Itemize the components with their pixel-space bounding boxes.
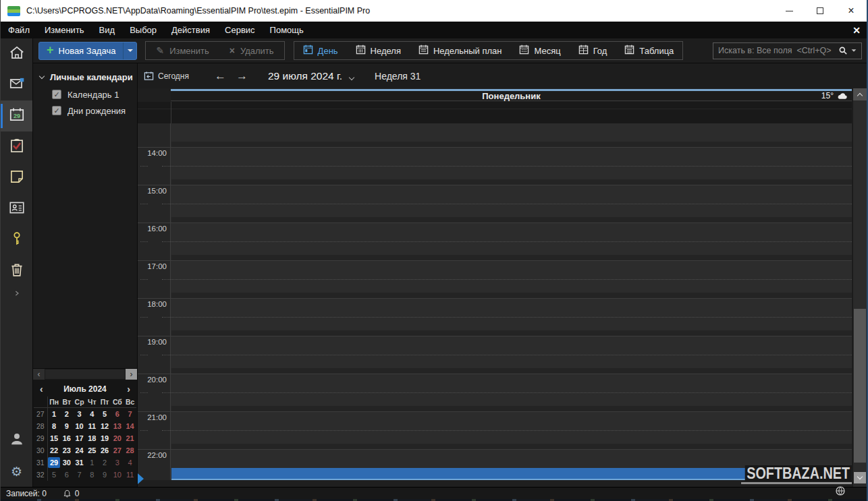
scroll-thumb[interactable] (854, 309, 866, 463)
mini-day-cell[interactable]: 21 (124, 433, 136, 444)
mini-day-cell[interactable]: 20 (111, 433, 124, 444)
mini-day-cell[interactable]: 3 (73, 409, 86, 419)
mini-day-cell[interactable]: 8 (86, 469, 99, 480)
next-month-icon[interactable]: › (127, 384, 130, 394)
view-tab-table[interactable]: Таблица (616, 42, 682, 59)
scroll-up-icon[interactable] (853, 88, 867, 100)
calendar-list-item[interactable]: ✓Календарь 1 (33, 86, 137, 102)
view-tab-day[interactable]: День (294, 42, 347, 59)
sidebar-item-passwords[interactable] (1, 225, 32, 256)
search-box[interactable] (713, 42, 862, 59)
scroll-track[interactable] (45, 369, 126, 380)
mini-day-cell[interactable]: 8 (48, 421, 61, 432)
view-tab-week[interactable]: Неделя (347, 42, 410, 59)
mini-day-cell[interactable]: 6 (60, 469, 73, 480)
menu-item-help[interactable]: Помощь (263, 22, 311, 38)
mini-day-cell[interactable]: 7 (73, 469, 86, 480)
mini-day-cell[interactable]: 17 (73, 433, 86, 444)
mini-day-cell[interactable]: 23 (60, 445, 73, 456)
today-button[interactable]: Сегодня (144, 71, 189, 81)
mini-day-cell[interactable]: 28 (124, 445, 136, 456)
calendar-group-row[interactable]: Личные календари (33, 68, 137, 86)
mini-day-cell[interactable]: 2 (99, 457, 111, 468)
edit-button[interactable]: ✎ Изменить (146, 42, 219, 59)
maximize-button[interactable] (805, 0, 836, 22)
menu-close-icon[interactable]: ✕ (852, 22, 861, 38)
mini-day-cell[interactable]: 5 (99, 409, 111, 419)
mini-day-cell[interactable]: 24 (73, 445, 86, 456)
search-dropdown-icon[interactable] (852, 49, 857, 51)
checkbox-icon[interactable]: ✓ (52, 90, 61, 99)
calendar-list-item[interactable]: ✓Дни рождения (33, 102, 137, 119)
menu-item-edit[interactable]: Изменить (37, 22, 92, 38)
menu-item-service[interactable]: Сервис (217, 22, 263, 38)
view-tab-year[interactable]: Год (570, 42, 616, 59)
sidebar-item-calendar[interactable]: 29 (1, 100, 32, 131)
menu-item-actions[interactable]: Действия (164, 22, 217, 38)
prev-day-button[interactable]: ← (215, 70, 226, 82)
close-button[interactable]: × (836, 0, 867, 22)
horizontal-scrollbar[interactable]: ‹ › (33, 368, 137, 380)
mini-day-cell[interactable]: 22 (48, 445, 61, 456)
mini-day-cell[interactable]: 31 (73, 457, 86, 468)
mini-day-cell[interactable]: 7 (124, 409, 136, 419)
mini-day-cell[interactable]: 11 (124, 469, 136, 480)
sidebar-item-mail[interactable] (1, 69, 32, 100)
next-day-button[interactable]: → (236, 70, 248, 82)
mini-day-cell[interactable]: 26 (99, 445, 111, 456)
notifications-widget[interactable]: 0 (63, 489, 80, 498)
sidebar-item-contacts[interactable] (1, 194, 32, 225)
mini-calendar-month[interactable]: Июль 2024 (43, 384, 128, 394)
sidebar-item-home[interactable] (1, 38, 32, 69)
menu-item-file[interactable]: Файл (1, 22, 37, 38)
mini-day-cell[interactable]: 2 (60, 409, 73, 419)
mini-day-cell[interactable]: 9 (99, 469, 111, 480)
sidebar-item-notes[interactable] (1, 163, 32, 194)
mini-day-cell[interactable]: 19 (99, 433, 111, 444)
mini-day-cell[interactable]: 9 (60, 421, 73, 432)
view-tab-week-plan[interactable]: Недельный план (410, 42, 511, 59)
sidebar-item-trash[interactable] (1, 256, 32, 287)
sidebar-item-expand[interactable] (1, 287, 32, 303)
mini-day-cell[interactable]: 12 (99, 421, 111, 432)
mini-day-cell[interactable]: 10 (73, 421, 86, 432)
mini-day-cell[interactable]: 18 (86, 433, 99, 444)
mini-day-cell-selected[interactable]: 29 (48, 457, 61, 468)
scroll-left-icon[interactable]: ‹ (33, 369, 45, 380)
mini-day-cell[interactable]: 5 (48, 469, 61, 480)
mini-day-cell[interactable]: 6 (111, 409, 124, 419)
mini-day-cell[interactable]: 1 (86, 457, 99, 468)
date-dropdown[interactable] (350, 70, 354, 82)
menu-item-view[interactable]: Вид (92, 22, 123, 38)
vertical-scrollbar[interactable] (852, 88, 867, 487)
mini-day-cell[interactable]: 1 (48, 409, 61, 419)
checkbox-icon[interactable]: ✓ (52, 106, 61, 115)
mini-day-cell[interactable]: 10 (111, 469, 124, 480)
menu-item-select[interactable]: Выбор (122, 22, 164, 38)
mini-day-cell[interactable]: 16 (60, 433, 73, 444)
scroll-down-icon[interactable] (854, 472, 866, 483)
time-grid[interactable]: 14:0015:0016:0017:0018:0019:0020:0021:00… (138, 123, 852, 480)
mini-day-cell[interactable]: 27 (111, 445, 124, 456)
sidebar-item-user[interactable] (1, 425, 32, 456)
mini-day-cell[interactable]: 30 (60, 457, 73, 468)
new-task-button[interactable]: + Новая Задача (38, 42, 137, 60)
search-icon[interactable] (838, 46, 848, 55)
minimize-button[interactable] (774, 0, 805, 22)
mini-day-cell[interactable]: 3 (111, 457, 124, 468)
view-tab-month[interactable]: Месяц (510, 42, 569, 59)
delete-button[interactable]: × Удалить (219, 42, 284, 59)
sidebar-item-settings[interactable]: ⚙ (1, 456, 32, 487)
mini-day-cell[interactable]: 15 (48, 433, 61, 444)
mini-day-cell[interactable]: 25 (86, 445, 99, 456)
search-input[interactable] (718, 46, 835, 55)
scroll-right-icon[interactable]: › (126, 369, 137, 380)
current-date-label[interactable]: 29 июля 2024 г. (268, 70, 342, 82)
mini-day-cell[interactable]: 4 (124, 457, 136, 468)
new-task-dropdown[interactable] (123, 42, 136, 59)
mini-day-cell[interactable]: 4 (86, 409, 99, 419)
mini-day-cell[interactable]: 13 (111, 421, 124, 432)
mini-day-cell[interactable]: 14 (124, 421, 136, 432)
all-day-events-row[interactable] (138, 102, 852, 123)
sidebar-item-tasks[interactable] (1, 131, 32, 163)
